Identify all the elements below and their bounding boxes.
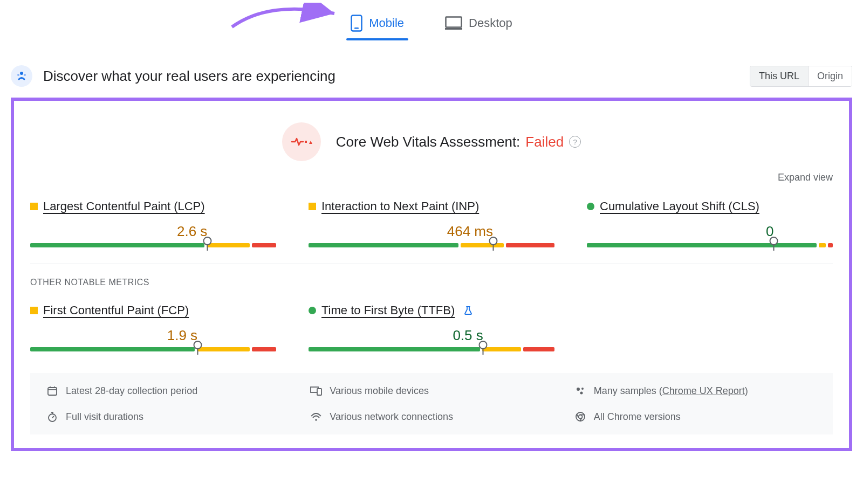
header: Discover what your real users are experi…	[11, 65, 852, 87]
status-dot-ttfb	[309, 307, 316, 314]
core-web-vitals-panel: Core Web Vitals Assessment: Failed ? Exp…	[11, 98, 852, 451]
calendar-icon	[46, 385, 58, 397]
metric-bar-inp	[309, 243, 554, 247]
svg-point-15	[577, 388, 580, 391]
status-dot-inp	[309, 203, 316, 210]
bar-marker	[773, 239, 775, 252]
metric-bar-lcp	[30, 243, 276, 247]
stopwatch-icon	[46, 411, 58, 423]
svg-line-19	[52, 416, 54, 418]
metric-value-fcp: 1.9 s	[30, 327, 276, 344]
bar-marker	[207, 239, 208, 252]
experimental-icon	[463, 306, 473, 315]
svg-rect-1	[354, 27, 359, 29]
divider	[30, 264, 833, 264]
other-metrics: First Contentful Paint (FCP) 1.9 s Time …	[30, 303, 833, 351]
metric-inp: Interaction to Next Paint (INP) 464 ms	[309, 199, 554, 247]
annotation-arrow	[227, 3, 345, 35]
metric-value-lcp: 2.6 s	[30, 223, 276, 240]
metric-value-inp: 464 ms	[309, 223, 554, 240]
metric-ttfb: Time to First Byte (TTFB) 0.5 s	[309, 303, 554, 351]
metric-name-fcp[interactable]: First Contentful Paint (FCP)	[43, 303, 189, 317]
bar-marker	[482, 343, 484, 356]
metric-name-ttfb[interactable]: Time to First Byte (TTFB)	[321, 303, 455, 317]
metric-value-ttfb: 0.5 s	[309, 327, 554, 344]
svg-rect-9	[48, 388, 57, 395]
status-dot-cls	[587, 203, 594, 210]
tab-mobile-label: Mobile	[369, 16, 404, 30]
help-icon[interactable]: ?	[569, 136, 581, 148]
tab-desktop-label: Desktop	[469, 16, 512, 30]
tab-mobile[interactable]: Mobile	[346, 8, 408, 38]
metric-bar-ttfb	[309, 347, 554, 351]
device-tabs: Mobile Desktop	[11, 0, 852, 38]
metric-cls: Cumulative Layout Shift (CLS) 0	[587, 199, 833, 247]
tab-desktop[interactable]: Desktop	[441, 8, 517, 38]
metric-name-lcp[interactable]: Largest Contentful Paint (LCP)	[43, 199, 205, 213]
footer-versions: All Chrome versions	[574, 411, 817, 423]
svg-rect-3	[445, 28, 462, 30]
metric-lcp: Largest Contentful Paint (LCP) 2.6 s	[30, 199, 276, 247]
desktop-icon	[445, 16, 462, 30]
vitals-icon	[282, 122, 321, 161]
footer-collection-period: Latest 28-day collection period	[46, 385, 289, 397]
svg-rect-2	[446, 17, 462, 27]
svg-point-22	[316, 419, 318, 421]
footer-samples: Many samples (Chrome UX Report)	[574, 385, 817, 397]
footer-devices: Various mobile devices	[310, 385, 552, 397]
svg-rect-14	[317, 389, 321, 395]
metric-fcp: First Contentful Paint (FCP) 1.9 s	[30, 303, 276, 351]
metric-bar-cls	[587, 243, 833, 247]
metric-name-cls[interactable]: Cumulative Layout Shift (CLS)	[600, 199, 759, 213]
bar-marker	[492, 239, 494, 252]
metric-bar-fcp	[30, 347, 276, 351]
svg-point-5	[17, 74, 19, 76]
svg-point-6	[24, 74, 26, 76]
svg-point-17	[580, 392, 583, 395]
chrome-ux-report-link[interactable]: Chrome UX Report	[662, 385, 745, 396]
svg-point-4	[20, 72, 23, 75]
section-label-other: OTHER NOTABLE METRICS	[30, 278, 833, 287]
expand-view-link[interactable]: Expand view	[30, 172, 833, 183]
page-title: Discover what your real users are experi…	[43, 68, 335, 85]
status-dot-lcp	[30, 203, 38, 210]
devices-icon	[310, 385, 322, 397]
scope-origin[interactable]: Origin	[808, 66, 852, 86]
metric-value-cls: 0	[587, 223, 833, 240]
bar-marker	[197, 343, 198, 356]
status-dot-fcp	[30, 307, 38, 314]
footer-durations: Full visit durations	[46, 411, 289, 423]
mobile-icon	[351, 15, 362, 32]
core-metrics: Largest Contentful Paint (LCP) 2.6 s Int…	[30, 199, 833, 247]
svg-point-16	[581, 388, 584, 390]
chrome-icon	[574, 411, 586, 423]
svg-rect-7	[305, 141, 307, 143]
data-summary: Latest 28-day collection period Various …	[30, 373, 833, 434]
assessment: Core Web Vitals Assessment: Failed ?	[30, 122, 833, 161]
metric-name-inp[interactable]: Interaction to Next Paint (INP)	[321, 199, 479, 213]
footer-connections: Various network connections	[310, 411, 552, 423]
users-icon	[11, 65, 32, 87]
network-icon	[310, 411, 322, 423]
scope-this-url[interactable]: This URL	[750, 66, 808, 86]
samples-icon	[574, 385, 586, 397]
assessment-status: Failed	[525, 134, 564, 150]
assessment-label: Core Web Vitals Assessment:	[336, 134, 520, 150]
scope-segmented: This URL Origin	[750, 66, 852, 87]
